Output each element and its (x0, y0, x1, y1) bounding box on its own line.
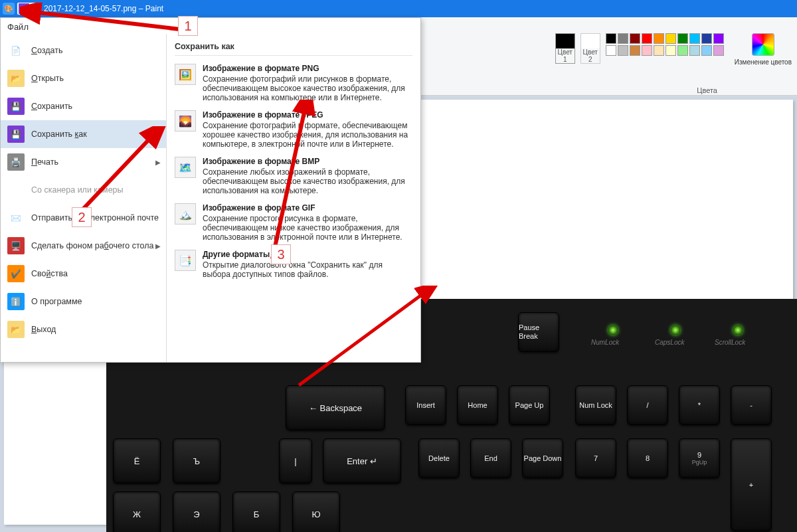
color-swatch[interactable] (689, 33, 700, 44)
color-1-swatch[interactable]: Цвет 1 (555, 33, 575, 64)
format-icon: 🌄 (175, 110, 196, 132)
key-cyr-5: Б (232, 491, 280, 532)
key-numlock: Num Lock (575, 385, 616, 425)
menu-item-icon: 🖨️ (7, 153, 25, 171)
window-titlebar: 🎨 ▾ 2017-12-12_14-05-57.png – Paint (0, 0, 797, 17)
menu-item-icon: ℹ️ (7, 293, 25, 310)
key-cyr-6: Ю (292, 491, 340, 532)
color-swatch[interactable] (606, 33, 616, 44)
color-swatch[interactable] (689, 45, 700, 56)
key-pipe: | (279, 438, 312, 484)
color-swatch[interactable] (654, 33, 664, 44)
color-swatch[interactable] (654, 45, 664, 56)
key-cyr-1: Ё (113, 438, 161, 484)
menu-item-icon: 🖥️ (7, 237, 25, 254)
led-capslock (671, 325, 680, 335)
file-menu-item[interactable]: ℹ️О программе (1, 288, 166, 315)
format-desc: Сохранение фотографий или рисунков в фор… (203, 74, 405, 102)
menu-item-icon: 📂 (7, 70, 25, 87)
save-as-format-item[interactable]: 🌄Изображение в формате JPEGСохранение фо… (175, 106, 412, 153)
file-menu-item[interactable]: 🖥️Сделать фоном рабочего стола▶ (1, 232, 166, 260)
key-delete: Delete (418, 438, 460, 478)
submenu-arrow-icon: ▶ (155, 131, 161, 138)
color-2-swatch[interactable]: Цвет 2 (580, 33, 600, 64)
color-swatch[interactable] (665, 45, 676, 56)
save-icon[interactable] (19, 3, 29, 14)
file-menu-item[interactable]: 📂Открыть (1, 64, 166, 92)
format-title: Изображение в формате PNG (203, 64, 412, 73)
key-home: Home (457, 385, 498, 425)
quick-access-toolbar[interactable]: ▾ (17, 3, 40, 15)
key-end: End (470, 438, 511, 478)
format-icon: 🖼️ (175, 64, 196, 85)
menu-item-label: Печать (31, 157, 58, 167)
color-swatch[interactable] (606, 45, 616, 56)
key-num7: 7 (575, 438, 616, 478)
key-num9: 9PgUp (679, 438, 720, 478)
menu-item-icon (7, 181, 25, 199)
menu-item-label: Сделать фоном рабочего стола (31, 241, 153, 250)
edit-colors-button[interactable]: Изменение цветов (735, 33, 792, 66)
color-swatch[interactable] (677, 45, 688, 56)
color-swatch[interactable] (701, 33, 712, 44)
save-as-header: Сохранить как (175, 39, 412, 56)
key-cyr-2: Ъ (173, 438, 221, 484)
key-numpad-add: + (731, 438, 772, 531)
color-swatch[interactable] (642, 45, 652, 56)
color-palette[interactable] (606, 33, 724, 56)
color-swatch[interactable] (713, 45, 724, 56)
save-as-format-item[interactable]: 🖼️Изображение в формате PNGСохранение фо… (175, 60, 412, 106)
key-pause-break: Pause Break (518, 312, 559, 352)
file-menu-item[interactable]: 💾Сохранить как▶ (1, 120, 166, 148)
key-numpad-div: / (627, 385, 668, 425)
format-desc: Сохранение любых изображений в формате, … (203, 167, 405, 195)
colors-section-label: Цвета (697, 86, 717, 94)
annotation-3: 3 (271, 244, 291, 264)
submenu-arrow-icon: ▶ (155, 242, 161, 250)
key-enter: Enter ↵ (323, 438, 401, 484)
menu-item-icon: ✔️ (7, 265, 25, 282)
menu-item-label: Свойства (31, 269, 68, 278)
save-as-submenu: Сохранить как 🖼️Изображение в формате PN… (167, 34, 420, 362)
led-scrolllock (733, 325, 743, 335)
format-desc: Открытие диалогового окна "Сохранить как… (203, 260, 383, 279)
save-as-format-item[interactable]: 🗺️Изображение в формате BMPСохранение лю… (175, 153, 412, 199)
color-swatch[interactable] (713, 33, 724, 44)
key-pagedown: Page Down (522, 438, 563, 478)
file-menu-item[interactable]: 📂Выход (1, 315, 166, 343)
menu-item-label: Открыть (31, 74, 64, 83)
color-swatch[interactable] (701, 45, 712, 56)
menu-item-label: Отправить по электронной почте (31, 213, 159, 222)
file-menu-item[interactable]: 🖨️Печать▶ (1, 148, 166, 176)
file-menu-item[interactable]: ✔️Свойства (1, 260, 166, 288)
key-cyr-3: Ж (113, 491, 161, 532)
color-swatch[interactable] (618, 33, 628, 44)
rainbow-icon (752, 33, 774, 56)
format-desc: Сохранение простого рисунка в формате, о… (203, 214, 402, 242)
led-numlock (608, 325, 618, 335)
color-swatch[interactable] (665, 33, 676, 44)
menu-item-label: Создать (31, 46, 63, 55)
file-menu-item[interactable]: 📄Создать (1, 37, 166, 64)
color-swatch[interactable] (642, 33, 652, 44)
color-swatch[interactable] (630, 45, 640, 56)
paint-app-icon: 🎨 (3, 3, 15, 15)
color-swatch[interactable] (677, 33, 688, 44)
save-as-format-item[interactable]: 📑Другие форматыОткрытие диалогового окна… (175, 246, 412, 283)
color-swatch[interactable] (618, 45, 628, 56)
annotation-2: 2 (72, 207, 92, 227)
color-swatch[interactable] (630, 33, 640, 44)
key-pageup: Page Up (509, 385, 550, 425)
format-title: Другие форматы (203, 250, 412, 259)
file-menu-item[interactable]: 💾Сохранить (1, 92, 166, 120)
menu-item-label: Со сканера или камеры (31, 185, 124, 195)
qat-dropdown-icon[interactable]: ▾ (29, 5, 39, 13)
annotation-1: 1 (178, 16, 198, 36)
file-tab[interactable]: Файл (7, 22, 29, 32)
menu-item-icon: 📄 (7, 42, 25, 59)
menu-item-label: Сохранить как (31, 130, 87, 139)
submenu-arrow-icon: ▶ (155, 159, 161, 166)
format-title: Изображение в формате JPEG (203, 110, 412, 120)
save-as-format-item[interactable]: 🏔️Изображение в формате GIFСохранение пр… (175, 199, 412, 246)
file-menu: Файл 📄Создать📂Открыть💾Сохранить💾Сохранит… (0, 17, 421, 363)
